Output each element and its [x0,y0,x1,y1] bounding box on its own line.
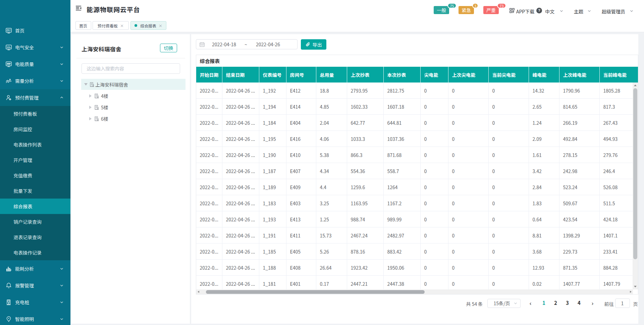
svg-text:?: ? [538,8,540,12]
